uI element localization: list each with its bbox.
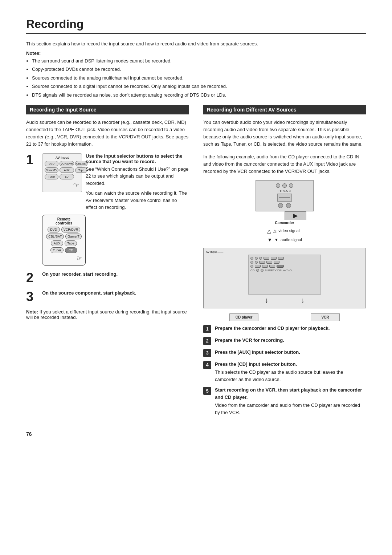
remote-aux-btn[interactable]: AUX: [51, 240, 63, 246]
aux-btn[interactable]: AUX: [60, 167, 74, 173]
rcv-dot-3: [259, 257, 262, 260]
camcorder-model: DTS-5.9: [263, 189, 306, 193]
ld-btn[interactable]: LD: [60, 174, 74, 179]
rcv-row-3: [250, 265, 319, 268]
rcv-cd-label: CD: [250, 269, 255, 272]
step-3-row: 3 On the source component, start playbac…: [26, 290, 189, 303]
intro-text: This section explains how to record the …: [26, 40, 366, 48]
vcr-label: VCR: [315, 315, 335, 319]
right-step-5-num: 5: [203, 387, 211, 395]
camcorder-label: Camcorder: [275, 221, 294, 225]
right-step-4-body: This selects the CD player as the audio …: [215, 369, 366, 383]
video-signal-text: △: video signal: [273, 228, 299, 234]
right-section-header: Recording from Different AV Sources: [203, 105, 366, 114]
step-3-number: 3: [26, 290, 38, 303]
rcv-rect-1: [264, 257, 269, 260]
step-3-bold: On the source component, start playback.: [42, 290, 136, 296]
signal-legend: △ △: video signal ▼ ▼: audio signal: [267, 227, 302, 245]
remote-tuner-btn[interactable]: Tuner: [50, 247, 63, 253]
rcv-dot-8: [261, 269, 264, 272]
video-signal-row: △ △: video signal: [267, 227, 302, 235]
right-step-2-bold: Prepare the VCR for recording.: [215, 337, 284, 343]
right-step-2-num: 2: [203, 337, 211, 345]
tuner-btn[interactable]: Tuner: [45, 174, 58, 179]
av-input-label: AV Input ——: [206, 250, 223, 254]
right-step-1-row: 1 Prepare the camcorder and CD player fo…: [203, 325, 366, 333]
rcv-rect-4: [259, 261, 265, 264]
step1-inner: AV Input DVD VCR/DVR CBL/Sat Game/TV AUX…: [42, 153, 189, 211]
rcv-dot-6: [250, 265, 253, 268]
remote-gamet-btn[interactable]: Game/T: [65, 234, 82, 239]
rcv-rect-9: [269, 265, 275, 268]
rcv-dot-7: [256, 269, 259, 272]
receiver-inner: CD SURETY DELAY VOL: [248, 255, 321, 295]
rcv-row-2: [250, 261, 319, 264]
step-1-body2: You can watch the source while recording…: [86, 190, 189, 211]
right-step-5-text: Start recording on the VCR, then start p…: [215, 386, 366, 416]
rcv-rect-6: [274, 261, 279, 264]
receiver-diagram: AV Input ——: [203, 248, 366, 308]
remote-vcrdvr-btn[interactable]: VCR/DVR: [61, 227, 81, 232]
btn-grid: DVD VCR/DVR CBL/Sat Game/TV AUX Tape Tun…: [45, 161, 79, 179]
arrow-down-left: ↓: [265, 296, 268, 304]
note-label: Note:: [26, 309, 38, 315]
note-text: If you select a different input source d…: [26, 309, 187, 320]
camcorder-box: DTS-5.9: [256, 180, 314, 211]
remote-cblsat-btn[interactable]: CBL/SAT: [46, 234, 64, 239]
camcorder-viewfinder-icon: ▶: [293, 212, 298, 219]
video-signal-icon: △: [267, 227, 271, 235]
rcv-rect-8: [262, 265, 268, 268]
right-step-5-bold: Start recording on the VCR, then start p…: [215, 387, 362, 400]
camcorder-tape-slot: [277, 194, 292, 202]
input-selector-illustration: AV Input DVD VCR/DVR CBL/Sat Game/TV AUX…: [42, 153, 82, 192]
input-sel-title: AV Input: [45, 156, 79, 159]
right-step-5-row: 5 Start recording on the VCR, then start…: [203, 386, 366, 416]
step-1-bold: Use the input selector buttons to select…: [86, 153, 189, 164]
arrows-down: ↓ ↓: [248, 296, 321, 304]
dvd-btn[interactable]: DVD: [45, 161, 58, 166]
step-1-body1: See “Which Connections Should I Use?” on…: [86, 166, 189, 187]
remote-tape-btn[interactable]: Tape: [65, 240, 77, 246]
step-1-content: AV Input DVD VCR/DVR CBL/Sat Game/TV AUX…: [42, 153, 189, 266]
step-1-text-area: Use the input selector buttons to select…: [86, 153, 189, 211]
step-2-row: 2 On your recorder, start recording.: [26, 271, 189, 284]
left-section-body: Audio sources can be recorded to a recor…: [26, 119, 189, 148]
remote-row-4: Tuner CD: [45, 247, 82, 253]
rcv-row-1: [250, 257, 319, 260]
right-step-1-bold: Prepare the camcorder and CD player for …: [215, 325, 330, 331]
right-step-4-num: 4: [203, 361, 211, 369]
step-2-number: 2: [26, 271, 38, 284]
right-step-5-body: Video from the camcorder and audio from …: [215, 402, 366, 416]
left-section-header: Recording the Input Source: [26, 105, 189, 114]
camcorder-viewfinder: ▶: [285, 211, 306, 220]
right-step-1-text: Prepare the camcorder and CD player for …: [215, 325, 330, 332]
audio-signal-icon: ▼: [267, 236, 272, 244]
step-3-content: On the source component, start playback.: [42, 290, 189, 296]
rcv-dot-2: [255, 257, 258, 260]
camcorder-top: [263, 183, 306, 188]
rcv-rect-3: [278, 257, 284, 260]
remote-row-2: CBL/SAT Game/T: [45, 234, 82, 239]
remote-controller-box: Remotecontroller DVD VCR/DVR CBL/SAT Gam…: [42, 215, 86, 266]
right-steps: 1 Prepare the camcorder and CD player fo…: [203, 325, 366, 416]
camcorder-circle-2: [282, 183, 287, 188]
right-step-3-row: 3 Press the [AUX] input selector button.: [203, 349, 366, 357]
remote-row-1: DVD VCR/DVR: [45, 227, 82, 232]
remote-dvd-btn[interactable]: DVD: [48, 227, 60, 232]
rcv-rect-2: [271, 257, 277, 260]
note-item: Sources connected to the analog multicha…: [32, 74, 366, 82]
vcr-box: VCR: [311, 313, 340, 321]
vcrdvr-btn[interactable]: VCR/DVR: [60, 161, 74, 166]
rcv-rect-5: [266, 261, 272, 264]
remote-label: Remotecontroller: [45, 217, 82, 225]
rcv-knob: [277, 265, 284, 268]
two-col-layout: Recording the Input Source Audio sources…: [26, 105, 366, 420]
right-step-2-text: Prepare the VCR for recording.: [215, 337, 284, 344]
left-column: Recording the Input Source Audio sources…: [26, 105, 189, 420]
note-item: DTS signals will be recorded as noise, s…: [32, 92, 366, 99]
gametv-btn[interactable]: Game/TV: [45, 167, 58, 173]
remote-cd-btn[interactable]: CD: [65, 247, 77, 253]
right-section-body1: You can overdub audio onto your video re…: [203, 119, 366, 148]
right-step-3-text: Press the [AUX] input selector button.: [215, 349, 300, 356]
cd-player-box: CD player: [229, 313, 258, 321]
